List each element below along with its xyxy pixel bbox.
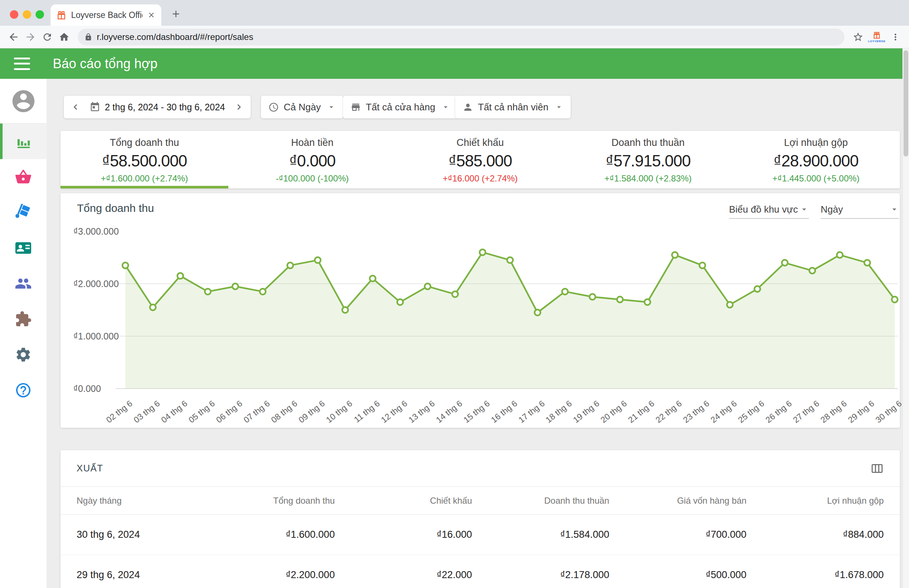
table-row: 30 thg 6, 2024₫1.600.000₫16.000₫1.584.00… xyxy=(60,515,900,555)
hamburger-menu-icon[interactable] xyxy=(14,58,30,70)
column-header: Chiết khấu xyxy=(335,496,472,506)
chart-point[interactable] xyxy=(699,262,705,268)
sidebar-item-reports[interactable] xyxy=(0,124,47,159)
chart-point[interactable] xyxy=(205,289,211,294)
sidebar-profile[interactable] xyxy=(0,79,47,124)
chart-point[interactable] xyxy=(315,257,321,263)
sidebar-item-integrations[interactable] xyxy=(0,301,47,337)
app-bar: Báo cáo tổng hợp xyxy=(0,48,903,79)
chart-point[interactable] xyxy=(837,252,843,258)
date-range-filter[interactable]: 2 thg 6, 2024 - 30 thg 6, 2024 xyxy=(64,96,251,118)
loyverse-extension-icon[interactable]: LOYVERSE xyxy=(867,29,887,45)
kpi-tab-discounts[interactable]: Chiết khấu₫585.000+₫16.000 (+2.74%) xyxy=(396,131,564,188)
close-window-button[interactable] xyxy=(10,10,18,19)
url-text: r.loyverse.com/dashboard/#/report/sales xyxy=(97,32,253,42)
browser-menu-icon[interactable] xyxy=(887,29,904,45)
time-filter[interactable]: Cả Ngày xyxy=(261,96,343,118)
chart-point[interactable] xyxy=(480,249,486,255)
chart-point[interactable] xyxy=(727,302,733,308)
address-bar[interactable]: r.loyverse.com/dashboard/#/report/sales xyxy=(78,29,844,45)
new-tab-button[interactable] xyxy=(170,7,182,21)
employee-filter[interactable]: Tất cả nhân viên xyxy=(455,96,571,118)
chart-point[interactable] xyxy=(535,310,541,316)
forward-icon[interactable] xyxy=(22,29,39,45)
basket-icon xyxy=(15,168,32,186)
loyverse-favicon-icon xyxy=(57,10,66,20)
cell-value: ₫2.178.000 xyxy=(472,569,609,581)
chart-point[interactable] xyxy=(589,294,595,300)
reload-icon[interactable] xyxy=(39,29,56,45)
chart-point[interactable] xyxy=(178,273,183,279)
chart-interval-select[interactable]: Ngày xyxy=(821,200,899,219)
people-icon xyxy=(15,275,32,292)
chart-point[interactable] xyxy=(562,289,568,294)
store-icon xyxy=(350,102,361,113)
sales-chart-card: Tổng doanh thu Biểu đồ khu vực Ngày ₫0.0… xyxy=(60,193,900,428)
chart-point[interactable] xyxy=(452,291,458,297)
chart-type-label: Biểu đồ khu vực xyxy=(729,204,798,215)
chevron-down-icon xyxy=(799,205,809,214)
chart-point[interactable] xyxy=(892,297,898,302)
cell-date: 29 thg 6, 2024 xyxy=(77,569,197,581)
chart-point[interactable] xyxy=(425,283,431,289)
help-icon xyxy=(15,381,32,399)
sidebar-item-help[interactable] xyxy=(0,372,47,408)
scrollbar-track[interactable] xyxy=(903,48,909,588)
chart-point[interactable] xyxy=(287,262,293,268)
tab-close-icon[interactable] xyxy=(147,11,155,19)
puzzle-icon xyxy=(15,310,32,328)
employee-filter-label: Tất cả nhân viên xyxy=(478,102,548,113)
chart-point[interactable] xyxy=(342,307,348,313)
kpi-label: Doanh thu thuần xyxy=(611,137,685,149)
kpi-label: Hoàn tiền xyxy=(291,137,334,149)
home-icon[interactable] xyxy=(56,29,73,45)
bookmark-star-icon[interactable] xyxy=(849,29,867,45)
table-row: 29 thg 6, 2024₫2.200.000₫22.000₫2.178.00… xyxy=(60,555,900,588)
kpi-tab-net-sales[interactable]: Doanh thu thuần₫57.915.000+₫1.584.000 (+… xyxy=(564,131,732,188)
next-period-icon[interactable] xyxy=(229,97,249,116)
chart-point[interactable] xyxy=(672,252,678,258)
cell-value: ₫22.000 xyxy=(335,569,472,581)
browser-toolbar: r.loyverse.com/dashboard/#/report/sales … xyxy=(0,26,909,48)
back-icon[interactable] xyxy=(5,29,22,45)
sidebar-item-employees[interactable] xyxy=(0,230,47,266)
chart-point[interactable] xyxy=(123,262,128,268)
store-filter[interactable]: Tất cả cửa hàng xyxy=(343,96,457,118)
browser-tab-strip: Loyverse Back Office xyxy=(0,0,909,26)
bar-chart-icon xyxy=(15,133,32,150)
chart-point[interactable] xyxy=(232,283,238,289)
columns-icon[interactable] xyxy=(870,462,884,475)
cell-value: ₫700.000 xyxy=(609,529,746,540)
scrollbar-thumb[interactable] xyxy=(904,50,908,157)
chart-point[interactable] xyxy=(754,286,760,292)
export-button[interactable]: XUẤT xyxy=(77,463,103,473)
sidebar-item-inventory[interactable] xyxy=(0,195,47,230)
minimize-window-button[interactable] xyxy=(23,10,31,19)
kpi-tab-gross-sales[interactable]: Tổng doanh thu₫58.500.000+₫1.600.000 (+2… xyxy=(60,131,228,188)
chart-point[interactable] xyxy=(260,289,266,294)
revenue-area-chart: ₫0.000₫1.000.000₫2.000.000₫3.000.000 xyxy=(60,193,900,428)
chart-point[interactable] xyxy=(809,268,815,273)
avatar-icon xyxy=(10,88,37,115)
chart-point[interactable] xyxy=(150,304,156,310)
chart-point[interactable] xyxy=(370,276,376,281)
chart-point[interactable] xyxy=(397,299,403,305)
sidebar-item-customers[interactable] xyxy=(0,266,47,301)
chart-point[interactable] xyxy=(644,299,650,305)
chevron-down-icon xyxy=(890,205,899,214)
chart-type-select[interactable]: Biểu đồ khu vực xyxy=(729,200,809,219)
chart-point[interactable] xyxy=(864,260,870,266)
contact-card-icon xyxy=(15,239,32,257)
sidebar xyxy=(0,79,47,588)
maximize-window-button[interactable] xyxy=(36,10,44,19)
sidebar-item-items[interactable] xyxy=(0,159,47,195)
chart-point[interactable] xyxy=(782,260,788,266)
browser-tab[interactable]: Loyverse Back Office xyxy=(50,5,161,26)
kpi-tab-refunds[interactable]: Hoàn tiền₫0.000-₫100.000 (-100%) xyxy=(228,131,396,188)
cell-date: 30 thg 6, 2024 xyxy=(77,529,197,540)
sidebar-item-settings[interactable] xyxy=(0,337,47,372)
chart-point[interactable] xyxy=(507,257,513,263)
previous-period-icon[interactable] xyxy=(66,97,85,116)
kpi-tab-gross-profit[interactable]: Lợi nhuận gộp₫28.900.000+₫1.445.000 (+5.… xyxy=(732,131,900,188)
chart-point[interactable] xyxy=(617,297,623,302)
